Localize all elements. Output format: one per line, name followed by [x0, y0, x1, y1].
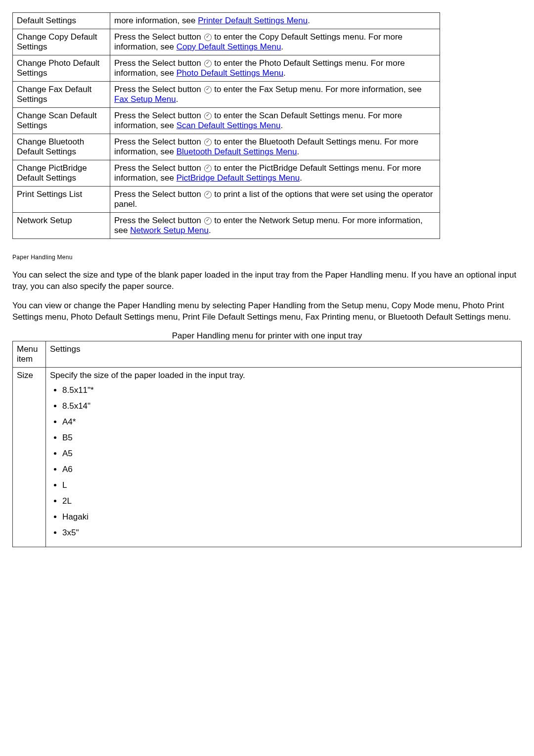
- size-description: Specify the size of the paper loaded in …: [50, 371, 245, 380]
- select-button-icon: [204, 60, 212, 67]
- menu-item-label: Print Settings List: [13, 187, 110, 213]
- menu-item-description: Press the Select button to enter the Blu…: [110, 134, 440, 160]
- settings-table: Default Settingsmore information, see Pr…: [12, 12, 440, 239]
- select-button-icon: [204, 165, 212, 172]
- size-option: B5: [62, 433, 517, 443]
- menu-item-description: Press the Select button to enter the Net…: [110, 213, 440, 239]
- menu-item-label: Change PictBridge Default Settings: [13, 160, 110, 187]
- menu-link[interactable]: Bluetooth Default Settings Menu: [177, 147, 297, 156]
- size-option: A5: [62, 449, 517, 459]
- select-button-icon: [204, 112, 212, 120]
- size-option: A4*: [62, 417, 517, 427]
- size-option: Hagaki: [62, 512, 517, 522]
- menu-item-label: Network Setup: [13, 213, 110, 239]
- menu-item-description: Press the Select button to print a list …: [110, 187, 440, 213]
- row-size-content: Specify the size of the paper loaded in …: [46, 367, 522, 547]
- menu-item-label: Change Scan Default Settings: [13, 108, 110, 134]
- size-option: 8.5x14": [62, 401, 517, 411]
- menu-item-description: Press the Select button to enter the Cop…: [110, 29, 440, 55]
- size-option: L: [62, 480, 517, 490]
- row-size-label: Size: [13, 367, 46, 547]
- menu-link[interactable]: Copy Default Settings Menu: [177, 42, 281, 51]
- select-button-icon: [204, 34, 212, 41]
- menu-link[interactable]: Fax Setup Menu: [114, 94, 176, 104]
- header-menu-item: Menu item: [13, 341, 46, 367]
- table-caption: Paper Handling menu for printer with one…: [12, 331, 522, 341]
- menu-item-label: Change Photo Default Settings: [13, 55, 110, 82]
- select-button-icon: [204, 86, 212, 94]
- paper-handling-table: Menu item Settings Size Specify the size…: [12, 341, 522, 547]
- header-settings: Settings: [46, 341, 522, 367]
- size-option: A6: [62, 465, 517, 474]
- menu-link[interactable]: PictBridge Default Settings Menu: [177, 173, 300, 183]
- size-option: 8.5x11"*: [62, 385, 517, 395]
- menu-item-description: Press the Select button to enter the Pho…: [110, 55, 440, 82]
- menu-item-label: Default Settings: [13, 13, 110, 29]
- size-option: 3x5": [62, 528, 517, 538]
- menu-item-description: Press the Select button to enter the Sca…: [110, 108, 440, 134]
- menu-item-description: more information, see Printer Default Se…: [110, 13, 440, 29]
- select-button-icon: [204, 191, 212, 198]
- size-option: 2L: [62, 496, 517, 506]
- menu-link[interactable]: Network Setup Menu: [130, 226, 209, 235]
- paragraph-1: You can select the size and type of the …: [12, 270, 522, 292]
- menu-link[interactable]: Printer Default Settings Menu: [198, 16, 308, 25]
- menu-item-label: Change Fax Default Settings: [13, 82, 110, 108]
- size-list: 8.5x11"*8.5x14"A4*B5A5A6L2LHagaki3x5": [50, 385, 517, 538]
- menu-link[interactable]: Photo Default Settings Menu: [177, 68, 283, 78]
- menu-link[interactable]: Scan Default Settings Menu: [177, 121, 281, 130]
- select-button-icon: [204, 217, 212, 225]
- menu-item-label: Change Copy Default Settings: [13, 29, 110, 55]
- select-button-icon: [204, 139, 212, 146]
- menu-item-description: Press the Select button to enter the Fax…: [110, 82, 440, 108]
- paragraph-2: You can view or change the Paper Handlin…: [12, 300, 522, 323]
- menu-item-label: Change Bluetooth Default Settings: [13, 134, 110, 160]
- paper-handling-heading: Paper Handling Menu: [12, 254, 522, 261]
- menu-item-description: Press the Select button to enter the Pic…: [110, 160, 440, 187]
